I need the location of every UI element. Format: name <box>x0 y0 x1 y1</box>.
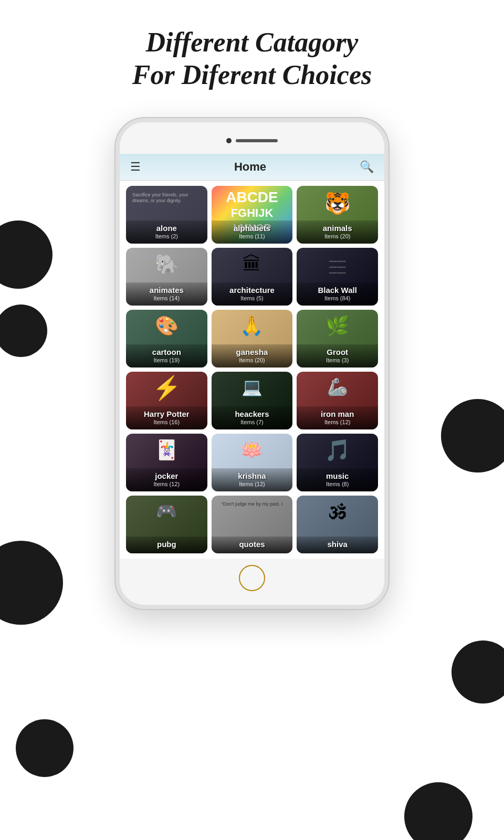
category-count-alone: Items (2) <box>129 233 204 239</box>
category-item-heackers[interactable]: 💻heackersItems (7) <box>212 372 293 429</box>
category-item-groot[interactable]: 🌿GrootItems (3) <box>297 310 378 368</box>
category-count-blackwall: Items (84) <box>300 295 375 301</box>
phone-speaker <box>236 139 278 142</box>
category-name-quotes: quotes <box>215 540 290 549</box>
category-count-animates: Items (14) <box>129 295 204 301</box>
phone-camera <box>226 138 232 143</box>
category-item-music[interactable]: 🎵musicItems (8) <box>297 434 378 491</box>
category-name-groot: Groot <box>300 348 375 356</box>
decorative-circle-5 <box>452 640 504 704</box>
category-name-pubg: pubg <box>129 540 204 549</box>
category-name-alphabets: alphabets <box>215 224 290 233</box>
category-item-ganesha[interactable]: 🙏ganeshaItems (20) <box>212 310 293 368</box>
category-item-architecture[interactable]: 🏛architectureItems (5) <box>212 248 293 306</box>
category-item-animates[interactable]: 🐘animatesItems (14) <box>126 248 207 306</box>
category-count-ganesha: Items (20) <box>215 357 290 363</box>
category-name-blackwall: Black Wall <box>300 286 375 295</box>
category-count-groot: Items (3) <box>300 357 375 363</box>
category-item-alone[interactable]: Sacrifice your friends, your dreams, or … <box>126 186 207 244</box>
category-name-heackers: heackers <box>215 410 290 418</box>
app-title: Home <box>234 160 266 174</box>
category-count-harrypotter: Items (16) <box>129 419 204 425</box>
category-item-harrypotter[interactable]: ⚡Harry PotterItems (16) <box>126 372 207 429</box>
category-name-jocker: jocker <box>129 471 204 480</box>
menu-icon[interactable]: ☰ <box>130 160 141 174</box>
category-count-ironman: Items (12) <box>300 419 375 425</box>
category-item-cartoon[interactable]: 🎨cartoonItems (19) <box>126 310 207 368</box>
category-name-ironman: iron man <box>300 410 375 418</box>
category-count-jocker: Items (12) <box>129 481 204 487</box>
page-title: Different Catagory For Diferent Choices <box>0 0 504 108</box>
category-name-cartoon: cartoon <box>129 348 204 356</box>
category-item-animals[interactable]: 🐯animalsItems (20) <box>297 186 378 244</box>
category-count-architecture: Items (5) <box>215 295 290 301</box>
category-count-krishna: Items (12) <box>215 481 290 487</box>
home-button[interactable] <box>239 565 265 591</box>
phone-top <box>120 122 384 154</box>
category-name-ganesha: ganesha <box>215 348 290 356</box>
category-item-shiva[interactable]: 🕉shiva <box>297 496 378 553</box>
category-count-cartoon: Items (19) <box>129 357 204 363</box>
category-item-ironman[interactable]: 🦾iron manItems (12) <box>297 372 378 429</box>
category-item-krishna[interactable]: 🪷krishnaItems (12) <box>212 434 293 491</box>
phone-frame: ☰ Home 🔍 Sacrifice your friends, your dr… <box>0 118 504 609</box>
category-count-animals: Items (20) <box>300 233 375 239</box>
category-item-quotes[interactable]: "Don't judge me by my past. Iquotes <box>212 496 293 553</box>
category-item-jocker[interactable]: 🃏jockerItems (12) <box>126 434 207 491</box>
category-grid: Sacrifice your friends, your dreams, or … <box>120 181 384 559</box>
decorative-circle-7 <box>404 782 472 840</box>
category-name-alone: alone <box>129 224 204 233</box>
search-icon[interactable]: 🔍 <box>360 160 374 174</box>
category-name-music: music <box>300 471 375 480</box>
app-header: ☰ Home 🔍 <box>120 154 384 181</box>
category-name-harrypotter: Harry Potter <box>129 410 204 418</box>
category-count-music: Items (8) <box>300 481 375 487</box>
category-count-alphabets: Items (11) <box>215 233 290 239</box>
category-name-architecture: architecture <box>215 286 290 295</box>
category-name-krishna: krishna <box>215 471 290 480</box>
category-name-animates: animates <box>129 286 204 295</box>
category-count-heackers: Items (7) <box>215 419 290 425</box>
category-name-shiva: shiva <box>300 540 375 549</box>
phone-bottom <box>120 559 384 594</box>
category-name-animals: animals <box>300 224 375 233</box>
category-item-pubg[interactable]: 🎮pubg <box>126 496 207 553</box>
category-item-alphabets[interactable]: ABCDEFGHIJKLMNOPalphabetsItems (11) <box>212 186 293 244</box>
decorative-circle-6 <box>16 719 74 777</box>
category-item-blackwall[interactable]: ▪▪▪▪▪▪▪▪▪▪▪▪▪▪▪▪▪▪▪▪▪▪▪▪▪▪▪Black WallIte… <box>297 248 378 306</box>
